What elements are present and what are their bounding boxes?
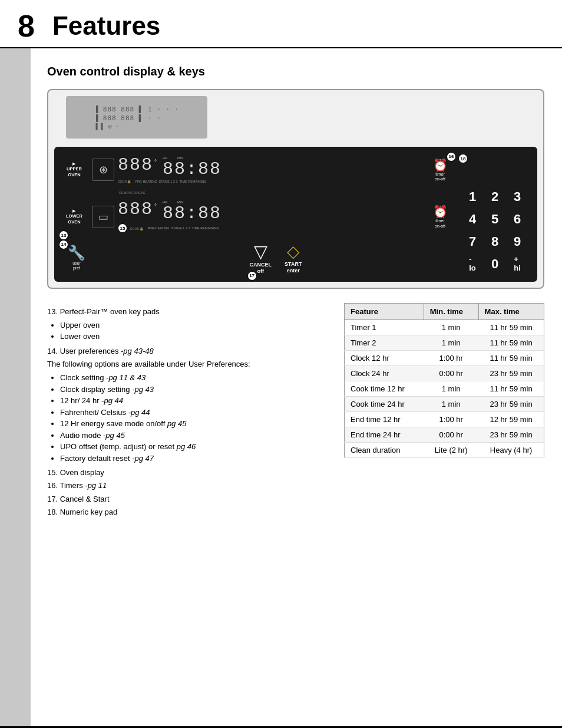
key-2[interactable]: 2: [484, 186, 505, 207]
user-pref-btn[interactable]: 14 🔧 userpref: [62, 245, 91, 271]
upper-timer-btn[interactable]: 16 ⏰ timeron-off: [425, 158, 455, 182]
table-cell-min: 1 min: [424, 396, 478, 411]
key-3[interactable]: 3: [507, 186, 528, 207]
col-max-time: Max. time: [478, 303, 544, 319]
table-cell-feature: End time 12 hr: [345, 411, 424, 427]
upper-oven-row: ▶ UPPEROVEN ⊛ 888 °: [60, 154, 455, 186]
option-1: Clock setting -pg 11 & 43: [60, 372, 330, 384]
oven-display-wrapper: ▐ 888 888 ▌ 1 · · · ▐ 888 888 ▌ · · ▐ ▌ …: [47, 89, 544, 289]
table-cell-feature: Clock 12 hr: [345, 350, 424, 365]
lower-oven-label: LOWEROVEN: [66, 213, 82, 225]
note-18: 18. Numeric key pad: [47, 507, 330, 518]
note-15: 15. Oven display: [47, 467, 330, 478]
table-cell-min: 0:00 hr: [424, 365, 478, 381]
table-cell-max: 23 hr 59 min: [478, 396, 544, 411]
option-2: Clock display setting -pg 43: [60, 384, 330, 396]
table-row: Clean durationLite (2 hr)Heavy (4 hr): [345, 442, 544, 457]
door-label-lower: DOOR 🔒: [130, 227, 143, 230]
key-1[interactable]: 1: [462, 186, 483, 207]
top-bar: 8 Features: [0, 0, 562, 48]
key-4[interactable]: 4: [462, 209, 483, 230]
table-cell-max: 11 hr 59 min: [478, 381, 544, 396]
cancel-btn[interactable]: ▽ CANCELoff 17: [250, 241, 272, 275]
badge-18: 18: [458, 154, 468, 163]
note-13-list: Upper oven Lower oven: [60, 319, 330, 342]
table-cell-min: Lite (2 hr): [424, 442, 478, 457]
badge-14: 14: [59, 240, 68, 249]
oven-panel: ▶ UPPEROVEN ⊛ 888 °: [54, 147, 537, 282]
key-0[interactable]: 0: [484, 253, 505, 275]
remove-racks-label: REMOVE RACKS: [119, 186, 455, 196]
fan-icon: ⊛: [92, 159, 114, 181]
upper-oven-label: UPPEROVEN: [67, 166, 82, 178]
table-cell-min: 1:00 hr: [424, 350, 478, 365]
table-cell-max: 23 hr 59 min: [478, 365, 544, 381]
badge-17: 17: [247, 271, 257, 281]
page-number: 8: [18, 11, 35, 41]
table-row: End time 24 hr0:00 hr23 hr 59 min: [345, 427, 544, 442]
key-6[interactable]: 6: [507, 209, 528, 230]
badge-16: 16: [447, 152, 456, 162]
table-cell-feature: Cook time 24 hr: [345, 396, 424, 411]
table-cell-feature: Clean duration: [345, 442, 424, 457]
key-lo[interactable]: -lo: [462, 253, 483, 275]
start-btn[interactable]: ◇ STARTenter: [285, 242, 302, 274]
table-cell-min: 1 min: [424, 335, 478, 350]
key-8[interactable]: 8: [484, 231, 505, 252]
note-14-body: The following options are available unde…: [47, 359, 330, 370]
table-cell-feature: Clock 24 hr: [345, 365, 424, 381]
option-6: Audio mode -pg 45: [60, 430, 330, 442]
table-cell-max: 11 hr 59 min: [478, 350, 544, 365]
option-7: UPO offset (temp. adjust) or reset pg 46: [60, 441, 330, 453]
table-cell-max: 12 hr 59 min: [478, 411, 544, 427]
table-cell-max: 11 hr 59 min: [478, 319, 544, 335]
table-row: Cook time 12 hr1 min11 hr 59 min: [345, 381, 544, 396]
feature-table: Feature Min. time Max. time Timer 11 min…: [344, 303, 544, 458]
door-label-upper: DOOR 🔒: [118, 180, 131, 183]
col-feature: Feature: [345, 303, 424, 319]
key-hi[interactable]: +hi: [507, 253, 528, 275]
option-5: 12 Hr energy save mode on/off pg 45: [60, 418, 330, 430]
lower-fan-icon: ▭: [92, 206, 114, 228]
lower-display: 888 ° HR MIN 88:88: [118, 200, 422, 233]
left-sidebar: [0, 48, 31, 728]
table-cell-min: 1:00 hr: [424, 411, 478, 427]
badge-15: 15: [118, 223, 127, 233]
content-area: Oven control display & keys ▐ 888 888 ▌ …: [31, 48, 562, 728]
table-row: Timer 21 min11 hr 59 min: [345, 335, 544, 350]
table-cell-min: 1 min: [424, 381, 478, 396]
note-17: 17. Cancel & Start: [47, 494, 330, 505]
numpad-grid: 1 2 3 4 5 6 7 8 9 -lo 0 +hi: [462, 186, 528, 275]
option-8: Factory default reset -pg 47: [60, 453, 330, 465]
col-min-time: Min. time: [424, 303, 478, 319]
upper-display: 888 ° HR MIN 88:88: [118, 156, 422, 183]
key-7[interactable]: 7: [462, 231, 483, 252]
note-16: 16. Timers -pg 11: [47, 480, 330, 491]
note-13-sub-2: Lower oven: [60, 331, 330, 342]
table-cell-feature: Timer 1: [345, 319, 424, 335]
note-13-sub-1: Upper oven: [60, 319, 330, 331]
section-title: Oven control display & keys: [47, 65, 544, 78]
panel-right-col: 18 1 2 3 4 5 6 7 8 9 -lo 0: [455, 154, 531, 275]
key-5[interactable]: 5: [484, 209, 505, 230]
note-14: 14. User preferences -pg 43-48: [47, 346, 330, 357]
table-col: Feature Min. time Max. time Timer 11 min…: [344, 303, 544, 520]
option-4: Fahrenheit/ Celsius -pg 44: [60, 407, 330, 419]
table-row: Clock 12 hr1:00 hr11 hr 59 min: [345, 350, 544, 365]
note-14-options: Clock setting -pg 11 & 43 Clock display …: [60, 372, 330, 464]
table-cell-max: 11 hr 59 min: [478, 335, 544, 350]
table-cell-max: Heavy (4 hr): [478, 442, 544, 457]
note-13: 13. Perfect-Pair™ oven key pads: [47, 307, 330, 317]
table-cell-min: 0:00 hr: [424, 427, 478, 442]
table-row: Cook time 24 hr1 min23 hr 59 min: [345, 396, 544, 411]
notes-col: 13. Perfect-Pair™ oven key pads Upper ov…: [47, 307, 330, 520]
two-col: 13. Perfect-Pair™ oven key pads Upper ov…: [47, 303, 544, 520]
table-row: End time 12 hr1:00 hr12 hr 59 min: [345, 411, 544, 427]
table-row: Clock 24 hr0:00 hr23 hr 59 min: [345, 365, 544, 381]
top-screen-panel: ▐ 888 888 ▌ 1 · · · ▐ 888 888 ▌ · · ▐ ▌ …: [66, 96, 207, 139]
lower-timer-btn[interactable]: ⏰ timeron-off: [425, 205, 455, 229]
table-row: Timer 11 min11 hr 59 min: [345, 319, 544, 335]
badge-13: 13: [59, 230, 68, 240]
key-9[interactable]: 9: [507, 231, 528, 252]
bottom-controls-row: 14 🔧 userpref ▽ CANCELoff 17: [60, 241, 455, 275]
